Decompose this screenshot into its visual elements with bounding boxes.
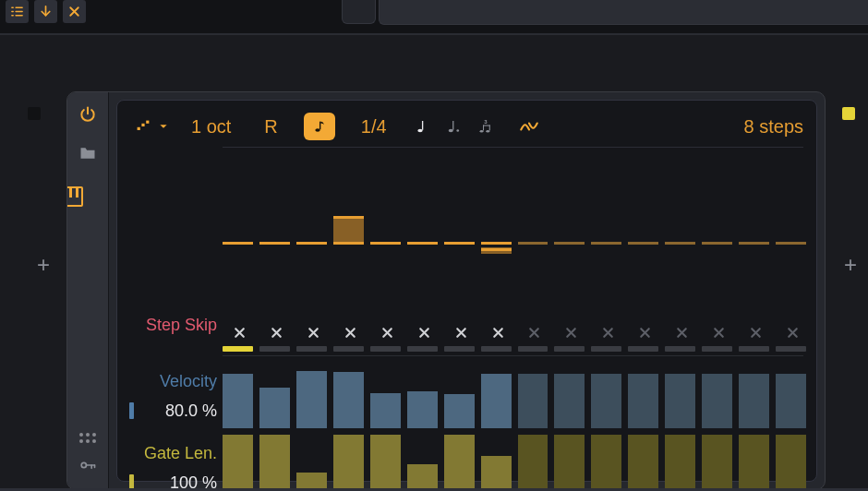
- step-skip-toggle[interactable]: [444, 317, 478, 347]
- velocity-step-bar[interactable]: [776, 374, 806, 428]
- step-select-indicator[interactable]: [407, 346, 438, 352]
- step-select-indicator[interactable]: [591, 346, 621, 352]
- step-select-indicator[interactable]: [444, 346, 475, 352]
- step-skip-toggle[interactable]: [628, 317, 662, 347]
- gate-step-bar[interactable]: [554, 435, 585, 488]
- step-skip-toggle[interactable]: [370, 317, 404, 347]
- gate-step-bar[interactable]: [518, 435, 549, 488]
- timing-straight-icon[interactable]: [413, 116, 433, 137]
- gate-step-bar[interactable]: [444, 435, 475, 488]
- step-select-indicator[interactable]: [481, 346, 512, 352]
- power-button[interactable]: [78, 105, 97, 127]
- preset-folder-button[interactable]: [78, 144, 97, 166]
- step-skip-toggle[interactable]: [296, 317, 331, 347]
- gate-step-bar[interactable]: [591, 435, 621, 488]
- step-skip-toggle[interactable]: [223, 317, 257, 347]
- octave-step-baseline[interactable]: [223, 242, 253, 245]
- add-device-left-button[interactable]: +: [33, 255, 54, 275]
- octave-step-baseline[interactable]: [259, 242, 290, 245]
- velocity-step-bar[interactable]: [554, 374, 585, 428]
- octave-step-baseline[interactable]: [665, 242, 695, 245]
- note-length-button[interactable]: [304, 113, 335, 140]
- step-skip-toggle[interactable]: [591, 317, 625, 347]
- velocity-step-bar[interactable]: [739, 374, 769, 428]
- step-select-indicator[interactable]: [554, 346, 585, 352]
- gate-step-bar[interactable]: [739, 435, 769, 488]
- octave-step-baseline[interactable]: [481, 242, 512, 245]
- step-skip-toggle[interactable]: [407, 317, 441, 347]
- gate-step-bar[interactable]: [407, 464, 438, 488]
- step-skip-toggle[interactable]: [776, 317, 810, 347]
- step-select-indicator[interactable]: [739, 346, 769, 352]
- octaves-value[interactable]: 1 oct: [175, 116, 247, 138]
- toolbar-list-button[interactable]: [6, 0, 29, 23]
- gate-step-bar[interactable]: [296, 473, 327, 488]
- velocity-step-bar[interactable]: [591, 374, 621, 428]
- step-skip-toggle[interactable]: [739, 317, 773, 347]
- velocity-step-bar[interactable]: [223, 374, 253, 428]
- octave-step-baseline[interactable]: [370, 242, 401, 245]
- octave-step-baseline[interactable]: [554, 242, 585, 245]
- toolbar-close-button[interactable]: [63, 0, 86, 23]
- toolbar-down-button[interactable]: [34, 0, 57, 23]
- velocity-step-bar[interactable]: [333, 372, 364, 428]
- velocity-step-bar[interactable]: [481, 374, 512, 428]
- octave-step-baseline[interactable]: [628, 242, 658, 245]
- gate-row[interactable]: [223, 431, 803, 488]
- step-skip-toggle[interactable]: [481, 317, 515, 347]
- octave-track[interactable]: [223, 206, 803, 283]
- step-skip-toggle[interactable]: [702, 317, 736, 347]
- gate-step-bar[interactable]: [665, 435, 695, 488]
- shuffle-icon[interactable]: [505, 120, 553, 133]
- velocity-step-bar[interactable]: [628, 374, 658, 428]
- key-lock-icon[interactable]: [78, 456, 97, 478]
- octave-step-baseline[interactable]: [407, 242, 438, 245]
- step-select-indicator[interactable]: [628, 346, 658, 352]
- velocity-step-bar[interactable]: [665, 374, 695, 428]
- octave-step-baseline[interactable]: [739, 242, 769, 245]
- step-select-indicator[interactable]: [665, 346, 695, 352]
- velocity-step-bar[interactable]: [702, 374, 732, 428]
- drag-handle-icon[interactable]: [79, 433, 96, 443]
- step-skip-toggle[interactable]: [665, 317, 699, 347]
- gate-step-bar[interactable]: [481, 456, 512, 488]
- step-skip-toggle[interactable]: [518, 317, 552, 347]
- octave-step-baseline[interactable]: [702, 242, 732, 245]
- timing-triplet-icon[interactable]: 3: [476, 116, 496, 137]
- octave-step-baseline[interactable]: [518, 242, 549, 245]
- gate-step-bar[interactable]: [628, 435, 658, 488]
- repeat-button[interactable]: R: [247, 116, 294, 138]
- velocity-step-bar[interactable]: [407, 391, 438, 428]
- step-select-indicator[interactable]: [370, 346, 401, 352]
- gate-step-bar[interactable]: [223, 435, 253, 488]
- gate-step-bar[interactable]: [370, 435, 401, 488]
- velocity-step-bar[interactable]: [296, 371, 327, 428]
- velocity-step-bar[interactable]: [370, 393, 401, 428]
- gate-step-bar[interactable]: [333, 435, 364, 488]
- octave-step-bar[interactable]: [333, 216, 364, 242]
- octave-step-baseline[interactable]: [591, 242, 621, 245]
- add-device-right-button[interactable]: +: [840, 255, 861, 275]
- step-skip-toggle[interactable]: [333, 317, 368, 347]
- velocity-step-bar[interactable]: [444, 394, 475, 428]
- gate-step-bar[interactable]: [259, 435, 290, 488]
- octave-step-baseline[interactable]: [296, 242, 327, 245]
- step-select-indicator[interactable]: [702, 346, 732, 352]
- step-select-indicator[interactable]: [296, 346, 327, 352]
- step-select-indicator[interactable]: [776, 346, 806, 352]
- velocity-step-bar[interactable]: [259, 388, 290, 428]
- velocity-row[interactable]: [223, 355, 803, 428]
- gate-step-bar[interactable]: [702, 435, 732, 488]
- timing-dotted-icon[interactable]: [444, 116, 464, 137]
- step-skip-toggle[interactable]: [554, 317, 588, 347]
- step-select-indicator[interactable]: [518, 346, 549, 352]
- step-select-indicator[interactable]: [223, 346, 253, 352]
- octave-step-baseline[interactable]: [333, 242, 364, 245]
- octave-step-baseline[interactable]: [776, 242, 806, 245]
- rate-value[interactable]: 1/4: [344, 116, 404, 138]
- octave-step-baseline[interactable]: [444, 242, 475, 245]
- velocity-step-bar[interactable]: [518, 374, 549, 428]
- steps-value[interactable]: 8 steps: [744, 116, 803, 138]
- step-select-indicator[interactable]: [333, 346, 364, 352]
- pattern-mode-menu[interactable]: [130, 117, 175, 136]
